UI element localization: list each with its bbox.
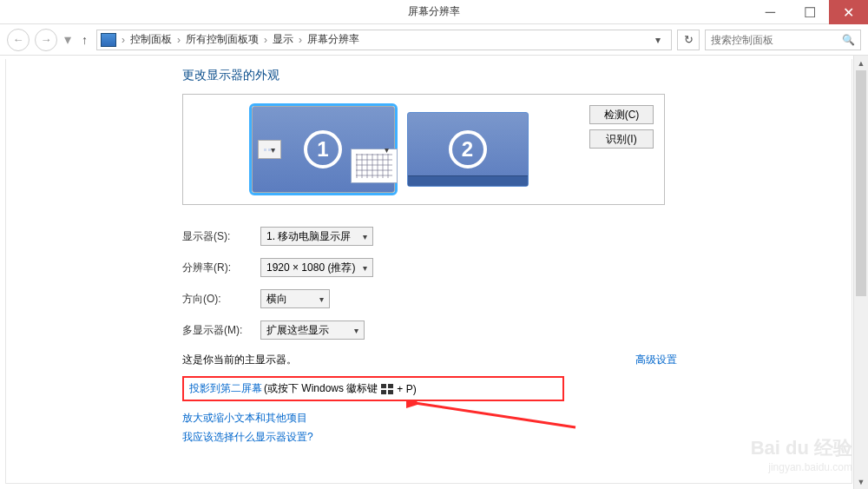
- refresh-button[interactable]: ↻: [677, 30, 700, 50]
- search-box[interactable]: 🔍: [705, 30, 861, 50]
- breadcrumb-item[interactable]: 屏幕分辨率: [304, 32, 363, 47]
- project-to-second-screen-link[interactable]: 投影到第二屏幕: [189, 381, 262, 396]
- search-input[interactable]: [711, 34, 842, 46]
- monitor-taskbar: [408, 175, 528, 186]
- multi-display-select[interactable]: 扩展这些显示: [260, 320, 365, 340]
- which-display-link[interactable]: 我应该选择什么显示器设置?: [182, 431, 313, 443]
- monitor-2[interactable]: 2: [407, 112, 529, 187]
- display-label: 显示器(S):: [182, 229, 260, 244]
- scroll-up-icon[interactable]: ▲: [854, 56, 868, 70]
- multi-display-label: 多显示器(M):: [182, 323, 260, 338]
- orientation-label: 方向(O):: [182, 292, 260, 307]
- monitors-area[interactable]: 1 2: [190, 106, 589, 193]
- minimize-button[interactable]: ─: [751, 0, 790, 24]
- control-panel-icon: [101, 33, 116, 47]
- primary-display-status: 这是你当前的主显示器。: [182, 353, 297, 367]
- scrollbar-thumb[interactable]: [856, 70, 866, 296]
- breadcrumb[interactable]: › 控制面板 › 所有控制面板项 › 显示 › 屏幕分辨率 ▾: [96, 30, 672, 50]
- monitor-taskbar: [258, 140, 281, 159]
- monitor-preview-panel: 1 2 检测(C) 识别(I): [182, 94, 665, 205]
- help-links: 放大或缩小文本和其他项目 我应该选择什么显示器设置?: [182, 408, 677, 446]
- back-button[interactable]: ←: [7, 29, 30, 51]
- maximize-button[interactable]: ☐: [790, 0, 829, 24]
- display-select[interactable]: 1. 移动电脑显示屏: [260, 227, 373, 246]
- keyboard-icon: [351, 149, 398, 183]
- monitor-number: 1: [304, 130, 342, 169]
- resize-text-link[interactable]: 放大或缩小文本和其他项目: [182, 412, 307, 424]
- nav-separator: ▾: [62, 31, 73, 48]
- project-highlight-box: 投影到第二屏幕 (或按下 Windows 徽标键 + P): [182, 376, 564, 401]
- navigation-bar: ← → ▾ ↑ › 控制面板 › 所有控制面板项 › 显示 › 屏幕分辨率 ▾ …: [0, 24, 868, 56]
- project-hint-post: + P): [397, 383, 416, 395]
- display-settings-form: 显示器(S): 1. 移动电脑显示屏 分辨率(R): 1920 × 1080 (…: [182, 221, 677, 346]
- breadcrumb-item[interactable]: 显示: [269, 32, 297, 47]
- monitor-1[interactable]: 1: [252, 106, 395, 193]
- monitor-number: 2: [449, 130, 487, 169]
- window-title: 屏幕分辨率: [0, 4, 868, 19]
- search-icon[interactable]: 🔍: [842, 34, 855, 46]
- breadcrumb-dropdown-icon[interactable]: ▾: [648, 34, 667, 46]
- page-title: 更改显示器的外观: [182, 68, 677, 83]
- project-hint-pre: (或按下 Windows 徽标键: [264, 381, 378, 396]
- window-controls: ─ ☐ ✕: [751, 0, 868, 23]
- breadcrumb-item[interactable]: 所有控制面板项: [182, 32, 262, 47]
- resolution-label: 分辨率(R):: [182, 261, 260, 275]
- orientation-select[interactable]: 横向: [260, 289, 330, 308]
- up-button[interactable]: ↑: [78, 33, 91, 47]
- close-button[interactable]: ✕: [829, 0, 868, 24]
- advanced-settings-link[interactable]: 高级设置: [635, 353, 677, 367]
- panel-buttons: 检测(C) 识别(I): [589, 105, 654, 149]
- breadcrumb-item[interactable]: 控制面板: [127, 32, 175, 47]
- titlebar: 屏幕分辨率 ─ ☐ ✕: [0, 0, 868, 24]
- status-row: 这是你当前的主显示器。 高级设置: [182, 353, 677, 367]
- forward-button[interactable]: →: [35, 29, 57, 51]
- content-area: 更改显示器的外观 1 2 检测(C) 识别(I) 显示器(S):: [5, 59, 852, 484]
- detect-button[interactable]: 检测(C): [589, 105, 654, 124]
- windows-logo-icon: [381, 384, 393, 394]
- identify-button[interactable]: 识别(I): [589, 129, 654, 149]
- vertical-scrollbar[interactable]: ▲ ▼: [853, 56, 868, 489]
- resolution-select[interactable]: 1920 × 1080 (推荐): [260, 258, 373, 277]
- scroll-down-icon[interactable]: ▼: [854, 474, 868, 489]
